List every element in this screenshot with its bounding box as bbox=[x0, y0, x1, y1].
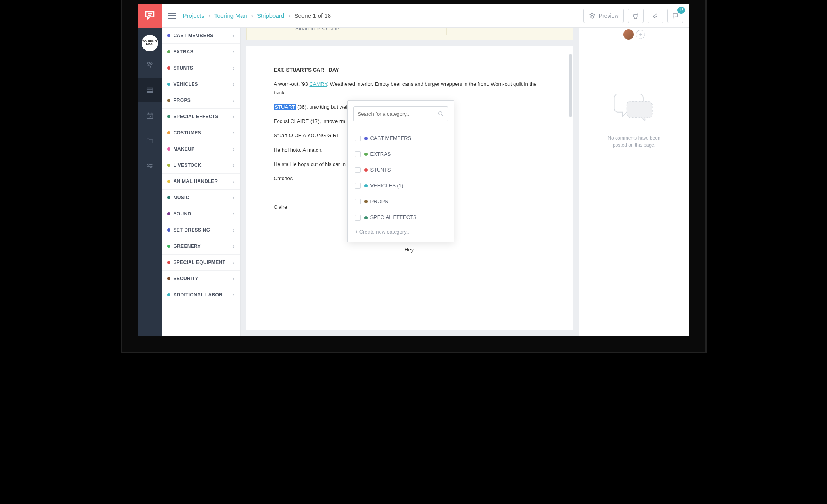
calendar-icon[interactable] bbox=[138, 104, 162, 127]
chevron-right-icon: › bbox=[233, 49, 235, 55]
svg-rect-4 bbox=[147, 88, 153, 89]
category-option-stunts[interactable]: STUNTS bbox=[348, 162, 454, 178]
stripboard-icon[interactable] bbox=[138, 78, 162, 102]
sidebar-item-cast-members[interactable]: CAST MEMBERS› bbox=[162, 28, 240, 44]
svg-point-14 bbox=[150, 166, 151, 168]
create-category-button[interactable]: + Create new category... bbox=[348, 222, 454, 242]
svg-rect-5 bbox=[147, 90, 153, 91]
category-option-special-effects[interactable]: SPECIAL EFFECTS bbox=[348, 210, 454, 222]
chevron-right-icon: › bbox=[233, 243, 235, 249]
category-option-cast-members[interactable]: CAST MEMBERS bbox=[348, 130, 454, 146]
sidebar-item-makeup[interactable]: MAKEUP› bbox=[162, 141, 240, 157]
category-sidebar: CAST MEMBERS›EXTRAS›STUNTS›VEHICLES›PROP… bbox=[162, 4, 241, 336]
link-button[interactable] bbox=[648, 9, 663, 23]
chevron-right-icon: › bbox=[208, 12, 210, 19]
svg-point-3 bbox=[150, 63, 152, 65]
chevron-right-icon: › bbox=[251, 12, 253, 19]
add-collaborator-button[interactable]: + bbox=[636, 30, 645, 39]
sidebar-item-security[interactable]: SECURITY› bbox=[162, 271, 240, 287]
print-button[interactable] bbox=[628, 9, 644, 23]
sidebar-item-costumes[interactable]: COSTUMES› bbox=[162, 125, 240, 141]
crumb-project[interactable]: Touring Man bbox=[214, 12, 247, 19]
chevron-right-icon: › bbox=[233, 130, 235, 136]
comment-count-badge: 12 bbox=[677, 7, 685, 14]
checkbox[interactable] bbox=[355, 151, 361, 157]
project-badge[interactable]: TOURING MAN bbox=[142, 35, 158, 51]
svg-point-13 bbox=[148, 164, 149, 166]
chevron-right-icon: › bbox=[233, 97, 235, 104]
sidebar-item-props[interactable]: PROPS› bbox=[162, 92, 240, 109]
chevron-right-icon: › bbox=[233, 162, 235, 168]
chevron-right-icon: › bbox=[233, 178, 235, 185]
crumb-projects[interactable]: Projects bbox=[183, 12, 204, 19]
sidebar-item-vehicles[interactable]: VEHICLES› bbox=[162, 76, 240, 92]
chevron-right-icon: › bbox=[288, 12, 290, 19]
selected-text[interactable]: STUART bbox=[274, 104, 296, 110]
sidebar-item-animal-handler[interactable]: ANIMAL HANDLER› bbox=[162, 174, 240, 190]
crumb-section[interactable]: Stripboard bbox=[257, 12, 284, 19]
sidebar-item-special-effects[interactable]: SPECIAL EFFECTS› bbox=[162, 109, 240, 125]
preview-button[interactable]: Preview bbox=[583, 9, 624, 23]
svg-rect-6 bbox=[147, 92, 153, 93]
comments-button[interactable]: 12 bbox=[667, 9, 683, 23]
checkbox[interactable] bbox=[355, 183, 361, 189]
sidebar-item-additional-labor[interactable]: ADDITIONAL LABOR› bbox=[162, 287, 240, 303]
sidebar-item-greenery[interactable]: GREENERY› bbox=[162, 238, 240, 255]
avatar[interactable] bbox=[623, 29, 634, 40]
chevron-right-icon: › bbox=[233, 146, 235, 152]
people-icon[interactable] bbox=[138, 53, 162, 77]
breadcrumb: Projects › Touring Man › Stripboard › Sc… bbox=[183, 12, 331, 19]
svg-rect-7 bbox=[147, 113, 153, 119]
chevron-right-icon: › bbox=[233, 194, 235, 201]
checkbox[interactable] bbox=[355, 136, 361, 141]
empty-comments-icon: No comments have beenposted on this page… bbox=[586, 87, 682, 149]
sidebar-item-livestock[interactable]: LIVESTOCK› bbox=[162, 157, 240, 174]
script-content: EXT. STUART'S CAR - DAY A worn-out, '93 … bbox=[246, 46, 573, 330]
menu-icon[interactable] bbox=[168, 13, 176, 19]
svg-line-17 bbox=[442, 115, 443, 116]
scrollbar[interactable] bbox=[569, 54, 572, 117]
checkbox[interactable] bbox=[355, 199, 361, 204]
chevron-right-icon: › bbox=[233, 32, 235, 39]
topbar: Projects › Touring Man › Stripboard › Sc… bbox=[162, 4, 689, 28]
sidebar-item-sound[interactable]: SOUND› bbox=[162, 206, 240, 222]
category-option-vehicles-[interactable]: VEHICLES (1) bbox=[348, 178, 454, 194]
sidebar-item-stunts[interactable]: STUNTS› bbox=[162, 60, 240, 76]
crumb-current: Scene 1 of 18 bbox=[294, 12, 331, 19]
chevron-right-icon: › bbox=[233, 81, 235, 87]
folder-icon[interactable] bbox=[138, 129, 162, 153]
chevron-right-icon: › bbox=[233, 276, 235, 282]
category-option-props[interactable]: PROPS bbox=[348, 194, 454, 210]
chevron-right-icon: › bbox=[233, 259, 235, 266]
app-logo[interactable] bbox=[138, 4, 162, 28]
chevron-right-icon: › bbox=[233, 227, 235, 233]
chevron-right-icon: › bbox=[233, 292, 235, 298]
svg-point-2 bbox=[147, 62, 150, 65]
checkbox[interactable] bbox=[355, 167, 361, 173]
icon-rail: TOURING MAN bbox=[138, 4, 162, 336]
category-search-input[interactable] bbox=[353, 106, 448, 121]
sidebar-item-extras[interactable]: EXTRAS› bbox=[162, 44, 240, 60]
chevron-right-icon: › bbox=[233, 65, 235, 71]
tagged-vehicle[interactable]: CAMRY bbox=[309, 81, 327, 87]
chevron-right-icon: › bbox=[233, 113, 235, 120]
category-popover: CAST MEMBERSEXTRASSTUNTSVEHICLES (1)PROP… bbox=[347, 100, 454, 242]
svg-point-16 bbox=[438, 112, 442, 115]
sidebar-item-set-dressing[interactable]: SET DRESSING› bbox=[162, 222, 240, 238]
search-icon bbox=[438, 111, 444, 117]
sidebar-item-special-equipment[interactable]: SPECIAL EQUIPMENT› bbox=[162, 255, 240, 271]
comments-panel: × "Scene 1" Breakdown 1 Collaborator + N… bbox=[579, 4, 689, 336]
category-option-extras[interactable]: EXTRAS bbox=[348, 146, 454, 162]
settings-icon[interactable] bbox=[138, 154, 162, 178]
chevron-right-icon: › bbox=[233, 211, 235, 217]
sidebar-item-music[interactable]: MUSIC› bbox=[162, 190, 240, 206]
checkbox[interactable] bbox=[355, 215, 361, 221]
